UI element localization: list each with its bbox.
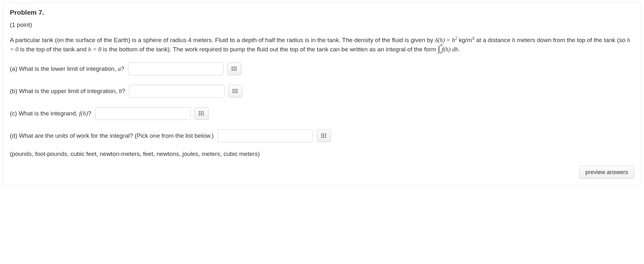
preview-answers-button[interactable]: preview answers xyxy=(579,166,634,179)
problem-statement: A particular tank (on the surface of the… xyxy=(10,35,634,54)
variable-b: b xyxy=(119,88,122,94)
integral-symbol: ∫ b a xyxy=(438,45,440,54)
text-segment: meters down from the top of the tank (so xyxy=(517,37,627,43)
question-a-label: (a) What is the lower limit of integrati… xyxy=(10,65,124,72)
question-b-label: (b) What is the upper limit of integrati… xyxy=(10,88,125,95)
density-function: δ(h) = h xyxy=(435,37,455,43)
question-c-row: (c) What is the integrand, f(h)? xyxy=(10,107,634,120)
exponent: 2 xyxy=(455,36,457,41)
problem-container: Problem 7. (1 point) A particular tank (… xyxy=(3,3,641,186)
keypad-icon xyxy=(199,111,204,116)
text-segment: (c) What is the integrand, xyxy=(10,110,79,117)
text-segment: (b) What is the upper limit of integrati… xyxy=(10,88,119,94)
text-segment: is the top of the tank and xyxy=(20,46,88,53)
text-segment: ? xyxy=(88,110,91,117)
text-segment: ? xyxy=(122,88,125,94)
text-segment: ? xyxy=(121,65,124,72)
keypad-button-d[interactable] xyxy=(317,129,331,142)
integral-lower-limit: a xyxy=(440,50,442,55)
keypad-icon xyxy=(233,89,238,93)
keypad-button-a[interactable] xyxy=(227,62,241,75)
text-segment: (a) What is the lower limit of integrati… xyxy=(10,65,118,72)
question-c-label: (c) What is the integrand, f(h)? xyxy=(10,110,91,117)
footer: preview answers xyxy=(10,166,634,179)
points-label: (1 point) xyxy=(10,21,634,28)
integral-upper-limit: b xyxy=(440,42,442,48)
integrand-fh: f(h) xyxy=(79,110,88,117)
text-segment: at a distance xyxy=(476,37,512,43)
keypad-icon xyxy=(321,134,327,138)
question-a-row: (a) What is the lower limit of integrati… xyxy=(10,62,634,75)
integrand-text: f(h) dh xyxy=(442,46,458,53)
answer-input-d[interactable] xyxy=(218,129,313,142)
equation-h8: h = 8 xyxy=(88,46,101,53)
units-exponent: 3 xyxy=(472,36,475,41)
question-d-row: (d) What are the units of work for the i… xyxy=(10,129,634,142)
question-b-row: (b) What is the upper limit of integrati… xyxy=(10,85,634,98)
keypad-button-b[interactable] xyxy=(228,85,242,98)
answer-input-c[interactable] xyxy=(95,107,191,120)
text-segment: . xyxy=(458,46,460,53)
question-d-label: (d) What are the units of work for the i… xyxy=(10,132,214,139)
unit-options-list: (pounds, foot-pounds, cubic feet, newton… xyxy=(10,150,634,158)
text-segment: A particular tank (on the surface of the… xyxy=(10,37,435,43)
problem-title: Problem 7. xyxy=(10,9,634,16)
text-segment: is the bottom of the tank). The work req… xyxy=(103,46,438,53)
units-text: kg/m xyxy=(459,37,472,43)
answer-input-a[interactable] xyxy=(128,62,224,75)
answer-input-b[interactable] xyxy=(129,85,225,98)
variable-h: h xyxy=(512,37,515,43)
keypad-icon xyxy=(232,67,237,71)
keypad-button-c[interactable] xyxy=(195,107,209,120)
